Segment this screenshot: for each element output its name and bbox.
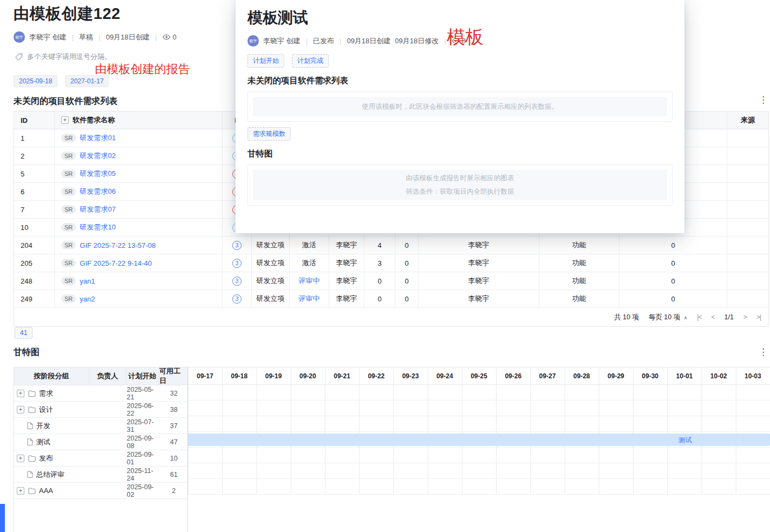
list-placeholder: 使用该模板时，此区块会根据筛选器的配置展示相应的列表数据。 [253,97,667,116]
cell-owner2-text: 李晓宇 [468,276,490,286]
timeline-date: 09-17 [188,367,222,384]
avatar: 晓宇 [247,35,259,47]
timeline-date: 10-01 [667,367,701,384]
first-page-button[interactable]: |< [697,313,701,321]
cell-source [727,183,768,200]
cell-status: 评审中 [290,290,329,307]
plan-finish-tag[interactable]: 计划完成 [292,54,329,68]
timeline-date: 09-25 [462,367,496,384]
sr-badge: SR [61,277,76,285]
cell-owner-text: 李晓宇 [336,240,357,250]
sr-badge: SR [61,205,76,214]
requirement-link[interactable]: 研发需求10 [80,222,115,232]
cell-owner2: 李晓宇 [419,272,539,290]
page-meta: 晓宇 李晓宇 创建 | 草稿 | 09月18日创建 | 0 [14,31,177,43]
date-tag[interactable]: 2027-01-17 [65,75,109,87]
plan-start-tag[interactable]: 计划开始 [247,54,284,68]
placeholder-text: 使用该模板时，此区块会根据筛选器的配置展示相应的列表数据。 [362,102,558,111]
expand-icon[interactable]: + [17,455,24,462]
cell-source [727,129,768,147]
workdays-cell: 47 [160,438,187,446]
folder-icon [28,390,36,397]
folder-icon [28,406,36,413]
more-options-icon[interactable]: ⋮ [759,96,768,104]
expand-icon[interactable]: + [17,406,24,413]
date-tag[interactable]: 2025-09-18 [14,75,57,87]
status-badge: 草稿 [79,32,93,42]
cell-id: 5 [14,165,55,182]
cell-name: SR研发需求01 [55,129,223,147]
req-col-label: 软件需求名称 [73,115,115,125]
requirement-link[interactable]: 研发需求07 [80,205,115,214]
requirement-link[interactable]: GIF 2025-7-22 9-14-40 [80,259,152,267]
cell-owner-text: 李晓宇 [336,258,357,268]
sr-badge: SR [61,241,76,249]
extra-tag[interactable]: 41 [15,327,32,339]
cell-priority: 3 [223,237,252,254]
task-label: 总结评审 [36,470,64,480]
requirement-link[interactable]: 研发需求01 [80,133,115,143]
expand-all-icon[interactable]: + [61,116,69,124]
requirement-link[interactable]: 研发需求06 [80,187,115,196]
page-size-select[interactable]: 每页 10 项 ∧ [649,313,687,322]
start-date-cell: 2025-05-21 [127,386,160,401]
keywords-placeholder: 多个关键字请用逗号分隔。 [27,52,112,62]
cell-num2: 0 [395,290,419,307]
keywords-input[interactable]: 多个关键字请用逗号分隔。 [15,52,112,62]
page-indicator: 1/1 [724,313,733,321]
priority-badge: 3 [232,241,242,250]
page-title: 由模板创建122 [14,3,120,25]
gantt-task-cell: +需求 [14,389,90,398]
modal-tags: 计划开始 计划完成 [247,54,673,68]
timeline-grid: 测试 [188,385,770,495]
expand-icon[interactable]: + [17,487,24,495]
requirement-link[interactable]: yan1 [80,277,95,285]
workdays-cell: 37 [160,422,187,430]
file-icon [27,422,33,429]
gantt-placeholder-box: 由该模板生成报告时展示相应的图表 筛选条件：获取项目内全部执行数据 [247,165,673,206]
requirement-link[interactable]: GIF 2025-7-22 13-57-08 [80,241,155,249]
expand-icon[interactable]: + [17,390,24,397]
timeline-row [188,463,770,479]
timeline-date: 09-30 [633,367,667,384]
cell-priority: 3 [223,290,252,307]
gantt-col-header: 按阶段分组 [14,367,89,385]
scale-tag[interactable]: 需求规模数 [247,127,291,141]
cell-source [727,237,768,254]
prev-page-button[interactable]: < [711,313,714,321]
cell-type: 功能 [539,290,619,307]
gantt-task-cell: +AAA [14,487,90,495]
gantt-more-icon[interactable]: ⋮ [759,349,768,356]
task-label: 测试 [36,437,50,447]
cell-num1-text: 0 [377,277,381,285]
requirement-link[interactable]: yan2 [80,295,95,303]
requirement-link[interactable]: 研发需求05 [80,169,115,179]
cell-num2-text: 0 [404,259,408,267]
cell-owner-text: 李晓宇 [336,276,357,286]
gantt-task-cell: 开发 [14,421,90,431]
cell-stage-text: 研发立项 [257,276,285,286]
requirement-link[interactable]: 研发需求02 [80,151,115,161]
cell-num2-text: 0 [404,241,408,249]
gantt-bar[interactable]: 测试 [188,434,770,446]
cell-num3-text: 0 [671,241,675,249]
gantt-col-header: 负责人 [89,367,126,385]
cell-num3: 0 [619,254,727,272]
cell-type: 功能 [539,272,619,290]
separator: | [305,37,309,45]
timeline-header: 09-1709-1809-1909-2009-2109-2209-2309-24… [188,367,770,385]
cell-source [727,219,768,236]
start-date-cell: 2025-11-24 [127,467,160,482]
cell-num3: 0 [619,237,727,254]
cell-num2: 0 [395,237,419,254]
cell-num2: 0 [395,272,419,290]
task-label: 发布 [39,454,53,463]
next-page-button[interactable]: > [743,313,747,321]
cell-name: SR研发需求06 [55,183,223,200]
left-scrollbar-thumb[interactable] [0,504,5,532]
last-page-button[interactable]: >| [756,313,761,321]
cell-num1: 4 [364,237,395,254]
cell-name: SRyan1 [55,272,223,290]
timeline-row [188,385,770,400]
cell-owner-text: 李晓宇 [336,294,357,304]
